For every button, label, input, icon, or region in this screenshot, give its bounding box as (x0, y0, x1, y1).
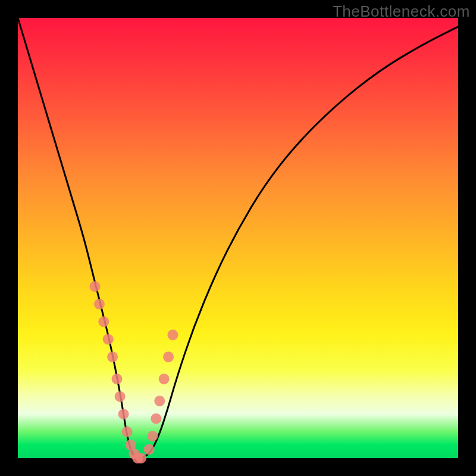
highlight-dot (167, 330, 178, 340)
highlight-dot (103, 334, 114, 345)
bottleneck-curve (18, 18, 458, 458)
curve-svg (18, 18, 458, 458)
highlight-dot (147, 431, 158, 441)
highlight-dot (90, 281, 101, 292)
highlight-dot (94, 299, 105, 309)
highlight-dot (136, 453, 146, 464)
highlight-dot (98, 317, 109, 327)
highlight-dot (115, 391, 126, 402)
highlight-dot (122, 427, 133, 437)
plot-area (18, 18, 458, 458)
highlight-dot (163, 352, 174, 362)
highlight-dot (144, 444, 155, 455)
highlight-dot (159, 374, 170, 384)
highlight-dot (107, 352, 118, 362)
highlight-dot (151, 413, 161, 424)
highlight-dot (112, 374, 123, 384)
highlight-dot (154, 396, 165, 406)
highlight-dots (90, 281, 178, 464)
highlight-dot (118, 409, 129, 419)
chart-frame: TheBottleneck.com (0, 0, 476, 476)
